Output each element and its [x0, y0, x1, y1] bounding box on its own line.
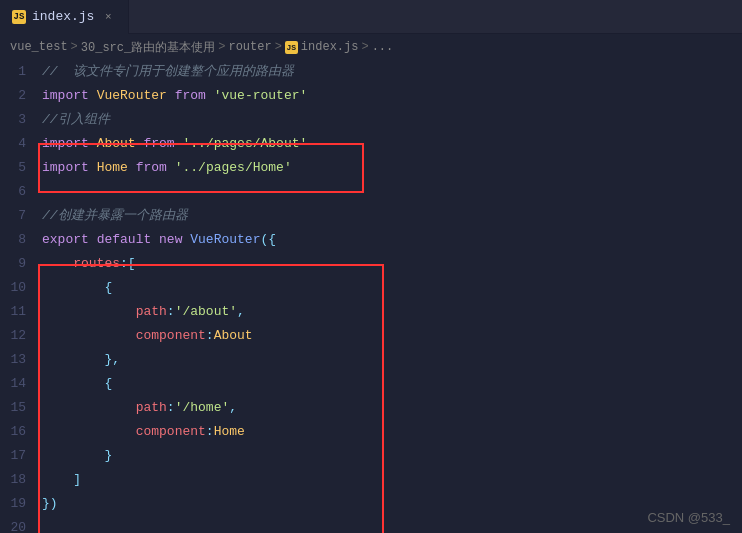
bc-vue-test: vue_test: [10, 40, 68, 54]
code-line-16: 16 component:Home: [0, 420, 742, 444]
code-line-2: 2 import VueRouter from 'vue-router': [0, 84, 742, 108]
js-file-icon: JS: [12, 10, 26, 24]
code-line-1: 1 // 该文件专门用于创建整个应用的路由器: [0, 60, 742, 84]
code-line-12: 12 component:About: [0, 324, 742, 348]
code-line-20: 20: [0, 516, 742, 533]
bc-router: router: [228, 40, 271, 54]
code-line-8: 8 export default new VueRouter({: [0, 228, 742, 252]
tab-bar: JS index.js ×: [0, 0, 742, 34]
code-editor: 1 // 该文件专门用于创建整个应用的路由器 2 import VueRoute…: [0, 60, 742, 533]
code-line-13: 13 },: [0, 348, 742, 372]
code-line-5: 5 import Home from '../pages/Home': [0, 156, 742, 180]
code-line-19: 19 }): [0, 492, 742, 516]
bc-index-js: index.js: [301, 40, 359, 54]
bc-js-icon: JS: [285, 41, 298, 54]
code-line-14: 14 {: [0, 372, 742, 396]
code-line-11: 11 path:'/about',: [0, 300, 742, 324]
code-line-7: 7 //创建并暴露一个路由器: [0, 204, 742, 228]
code-line-15: 15 path:'/home',: [0, 396, 742, 420]
tab-index-js[interactable]: JS index.js ×: [0, 0, 129, 34]
watermark: CSDN @533_: [647, 510, 730, 525]
code-line-10: 10 {: [0, 276, 742, 300]
code-line-3: 3 //引入组件: [0, 108, 742, 132]
tab-label: index.js: [32, 9, 94, 24]
bc-ellipsis: ...: [372, 40, 394, 54]
tab-close-button[interactable]: ×: [100, 9, 116, 25]
bc-30-src: 30_src_路由的基本使用: [81, 39, 215, 56]
breadcrumb: vue_test > 30_src_路由的基本使用 > router > JS …: [0, 34, 742, 60]
code-line-4: 4 import About from '../pages/About': [0, 132, 742, 156]
code-line-17: 17 }: [0, 444, 742, 468]
code-line-18: 18 ]: [0, 468, 742, 492]
code-line-6: 6: [0, 180, 742, 204]
code-line-9: 9 routes:[: [0, 252, 742, 276]
